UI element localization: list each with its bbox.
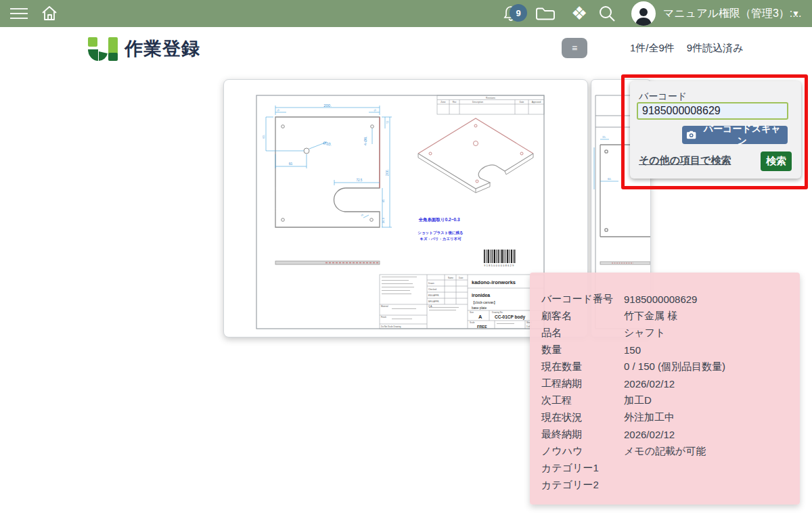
detail-value: 150 [624,344,800,356]
tb-finish: Finish [381,316,386,319]
dim-label: 15. [373,108,377,112]
record-count-right: 9件読込済み [687,42,744,55]
detail-row: カテゴリー2 [541,477,800,494]
tb-row: MFG APPR. [428,300,440,303]
notification-count-badge: 9 [510,4,527,22]
tb-dwg-no: CC-01CP body [495,314,525,320]
detail-value: 2026/02/12 [624,378,800,390]
barcode-digits: 9185000008629 [484,264,514,267]
detail-value: 竹下金属 様 [624,310,800,323]
other-search-link[interactable]: その他の項目で検索 [639,154,731,167]
list-menu-button[interactable]: ≡ [562,38,587,58]
detail-label: 最終納期 [541,428,624,441]
tb-col: Date [459,277,464,279]
detail-label: ノウハウ [541,445,624,458]
barcode-scan-button[interactable]: バーコードスキャン [682,126,788,144]
dim-label: 26.9 [382,217,385,223]
detail-label: 工程納期 [541,377,624,390]
dropbox-icon[interactable]: ❖ [568,0,590,27]
tb-size: A [478,314,482,320]
tb-product: 【clock-canvas】 [472,301,497,304]
dim-label: 15. [276,108,280,112]
note-blast-2: キズ・バリ・カエリ不可 [420,237,461,241]
detail-row: 現在数量0 / 150 (個別品目数量) [541,358,800,375]
search-icon[interactable] [597,0,617,27]
dim-label: 72.5 [357,179,363,182]
user-role-label[interactable]: マニュアル権限（管理3）:... [663,0,802,27]
tb-part: base plate [472,306,487,310]
top-navbar: 9 ❖ マニュアル権限（管理3）:... ▼ [0,0,812,27]
rev-col: Date [520,101,524,103]
detail-row: 顧客名竹下金属 様 [541,308,800,325]
tb-scale-label: Scale [470,321,475,324]
detail-label: 顧客名 [541,310,624,323]
record-count-left: 1件/全9件 [630,42,675,55]
detail-value: 9185000008629 [624,294,800,305]
tb-material: Material [381,305,388,308]
dim-label: 200. [385,169,389,176]
barcode-scan-label: バーコードスキャン [700,123,784,147]
detail-value: 2026/02/12 [624,429,800,440]
tb-company: kadono-ironworks [472,279,516,285]
tb-scale: FREE [477,325,487,329]
tb-row: Drawn [428,282,434,285]
folder-icon[interactable] [535,0,556,27]
dim-label: 15. [602,135,606,139]
detail-row: 最終納期2026/02/12 [541,426,800,443]
search-button[interactable]: 検索 [761,151,792,171]
highlight-red-frame: バーコード バーコードスキャン その他の項目で検索 検索 [621,74,808,189]
note-chamfer: 全角糸面取り0.2~0.3 [418,217,459,223]
detail-row: 現在状況外注加工中 [541,409,800,426]
detail-label: 現在数量 [541,360,624,373]
detail-label: カテゴリー1 [541,462,624,475]
tb-col: Name [448,277,453,279]
detail-label: 次工程 [541,394,624,407]
rev-col: Description [472,101,483,103]
detail-row: ノウハウメモの記載が可能 [541,443,800,460]
detail-label: カテゴリー2 [541,479,624,492]
rev-col: Zone [441,101,445,103]
dim-label: 45 [382,199,385,202]
record-count: 1件/全9件 9件読込済み [630,42,744,55]
note-blast-1: ショットブラスト後に残る [418,231,463,235]
item-detail-panel: バーコード番号9185000008629 顧客名竹下金属 様 品名シャフト 数量… [530,273,800,505]
detail-row: 品名シャフト [541,325,800,342]
dim-label: 60. [289,162,293,166]
printed-barcode: 9185000008629 [484,250,515,267]
detail-row: バーコード番号9185000008629 [541,291,800,308]
detail-row: 数量150 [541,342,800,358]
barcode-search-panel: バーコード バーコードスキャン その他の項目で検索 検索 [630,81,801,179]
dim-label: 200. [323,103,332,108]
detail-row: 工程納期2026/02/12 [541,375,800,392]
barcode-input[interactable] [637,102,788,120]
detail-label: バーコード番号 [541,293,624,306]
barcode-field-label: バーコード [639,91,687,103]
rev-col: Approved [532,101,541,103]
detail-value: 外注加工中 [624,411,800,424]
detail-row: 次工程加工D [541,392,800,409]
hamburger-menu-icon[interactable] [9,0,28,27]
detail-label: 数量 [541,344,624,356]
detail-label: 現在状況 [541,411,624,424]
detail-value: 加工D [624,394,800,407]
plate-outline-2d [275,117,380,227]
chevron-down-icon[interactable]: ▼ [792,0,800,27]
plate-outline-iso [418,118,533,193]
tb-size-label: Size [470,311,474,314]
user-avatar[interactable] [631,1,656,26]
camera-icon [686,131,696,139]
detail-value: シャフト [624,327,800,340]
home-icon[interactable] [39,0,60,27]
tb-brand: ironidea [472,293,490,298]
page-title: 作業登録 [125,37,200,61]
dim-label: 60. [262,135,265,139]
tb-dwg-label: Drawing No. [492,311,503,314]
tb-row: Q.A. [428,305,432,308]
detail-label: 品名 [541,327,624,340]
detail-value: 0 / 150 (個別品目数量) [624,360,800,373]
detail-row: カテゴリー1 [541,460,800,477]
tb-row: ENG APPR. [428,294,439,297]
tb-note: Do Not Scale Drawing [381,325,401,328]
app-logo [87,35,119,65]
detail-value: メモの記載が可能 [624,445,800,458]
